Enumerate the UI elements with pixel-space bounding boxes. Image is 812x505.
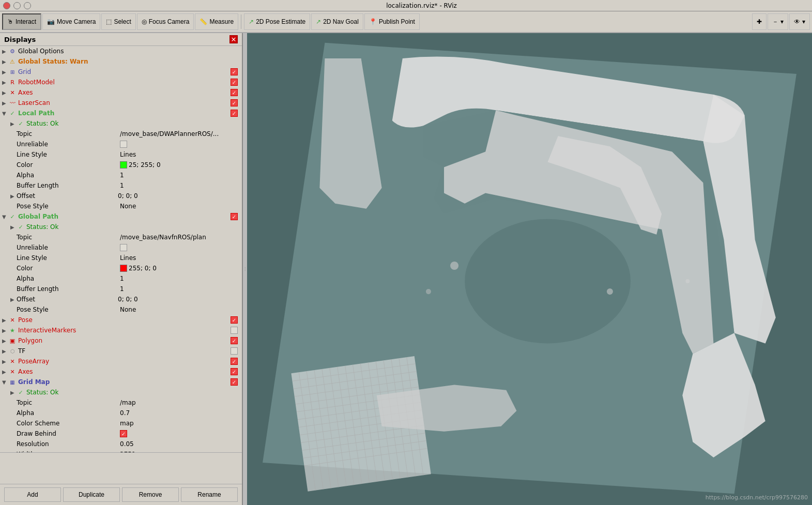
polygon-item[interactable]: ▶ ▣ Polygon: [0, 335, 242, 346]
posearray-checkbox[interactable]: [229, 357, 239, 366]
laserscan-checkbox[interactable]: [229, 98, 239, 108]
add-crosshair-button[interactable]: ✚: [752, 13, 767, 30]
grid-map-drawbehind-checkbox[interactable]: [120, 430, 127, 437]
tf-icon: ⬡: [8, 347, 17, 355]
global-path-alpha-item[interactable]: ▶ Alpha 1: [0, 273, 242, 284]
expand-arrow: ▶: [2, 359, 8, 364]
global-path-offset-item[interactable]: ▶ Offset 0; 0; 0: [0, 294, 242, 304]
2d-pose-button[interactable]: ↗ 2D Pose Estimate: [244, 13, 310, 30]
remove-button[interactable]: Remove: [122, 487, 179, 502]
grid-map-colorscheme-key: Color Scheme: [17, 420, 120, 427]
axes2-icon: ✕: [8, 368, 17, 376]
map-visualization: [247, 33, 812, 505]
grid-map-alpha-item[interactable]: ▶ Alpha 0.7: [0, 408, 242, 418]
global-path-posestyle-item[interactable]: ▶ Pose Style None: [0, 304, 242, 315]
local-path-alpha-item[interactable]: ▶ Alpha 1: [0, 170, 242, 180]
resize-handle[interactable]: ⋮: [243, 33, 247, 505]
robotmodel-checkbox[interactable]: [229, 78, 239, 87]
tf-item[interactable]: ▶ ⬡ TF: [0, 346, 242, 356]
axes2-checkbox[interactable]: [229, 367, 239, 376]
measure-button[interactable]: 📏 Measure: [195, 13, 238, 30]
minus-button[interactable]: － ▾: [768, 13, 788, 30]
global-path-topic-item[interactable]: ▶ Topic /move_base/NavfnROS/plan: [0, 232, 242, 242]
grid-item[interactable]: ▶ ⊞ Grid: [0, 67, 242, 77]
displays-close-button[interactable]: ✕: [229, 35, 238, 43]
robotmodel-item[interactable]: ▶ R RobotModel: [0, 77, 242, 87]
eye-button[interactable]: 👁 ▾: [789, 13, 810, 30]
minimize-button[interactable]: [13, 2, 21, 9]
global-path-unreliable-checkbox[interactable]: [120, 244, 127, 251]
interactive-markers-checkbox[interactable]: [229, 326, 239, 335]
2d-nav-button[interactable]: ↗ 2D Nav Goal: [311, 13, 363, 30]
grid-checkbox[interactable]: [229, 67, 239, 76]
focus-camera-button[interactable]: ◎ Focus Camera: [137, 13, 194, 30]
grid-map-checkbox[interactable]: [229, 377, 239, 387]
local-path-buflen-item[interactable]: ▶ Buffer Length 1: [0, 180, 242, 191]
tf-checkbox[interactable]: [229, 346, 239, 356]
focus-camera-label: Focus Camera: [149, 18, 190, 25]
global-path-alpha-key: Alpha: [17, 275, 120, 282]
local-path-buflen-value: 1: [120, 182, 124, 189]
polygon-checkbox[interactable]: [229, 336, 239, 345]
grid-map-resolution-item[interactable]: ▶ Resolution 0.05: [0, 439, 242, 449]
close-button[interactable]: [3, 2, 10, 9]
local-path-color-item[interactable]: ▶ Color 25; 255; 0: [0, 160, 242, 170]
duplicate-button[interactable]: Duplicate: [63, 487, 120, 502]
select-button[interactable]: ⬚ Select: [101, 13, 135, 30]
global-path-color-item[interactable]: ▶ Color 255; 0; 0: [0, 263, 242, 273]
local-path-checkbox[interactable]: [229, 109, 239, 118]
svg-point-31: [465, 219, 631, 344]
global-status-icon: ⚠: [8, 57, 17, 66]
laserscan-item[interactable]: ▶ 〰 LaserScan: [0, 98, 242, 108]
grid-map-topic-value: /map: [120, 399, 136, 406]
interact-button[interactable]: 🖱 Interact: [2, 13, 41, 30]
local-path-offset-key: Offset: [17, 192, 118, 200]
grid-map-status-item: ▶ ✓ Status: Ok: [0, 387, 242, 397]
local-path-posestyle-item[interactable]: ▶ Pose Style None: [0, 201, 242, 211]
local-path-color-key: Color: [17, 161, 120, 169]
grid-map-drawbehind-item[interactable]: ▶ Draw Behind: [0, 429, 242, 439]
local-path-topic-item[interactable]: ▶ Topic /move_base/DWAPlannerROS/...: [0, 129, 242, 139]
global-status-item[interactable]: ▶ ⚠ Global Status: Warn: [0, 56, 242, 67]
arrow-green-icon: ↗: [249, 18, 254, 25]
global-path-item[interactable]: ▼ ✓ Global Path: [0, 211, 242, 222]
local-path-alpha-key: Alpha: [17, 172, 120, 179]
pose-checkbox[interactable]: [229, 315, 239, 325]
add-button[interactable]: Add: [4, 487, 61, 502]
axes-checkbox[interactable]: [229, 88, 239, 97]
local-path-expand: ▼: [2, 111, 8, 116]
global-options-item[interactable]: ▶ ⚙ Global Options: [0, 46, 242, 56]
pose-item[interactable]: ▶ ✕ Pose: [0, 315, 242, 325]
grid-map-colorscheme-item[interactable]: ▶ Color Scheme map: [0, 418, 242, 429]
grid-map-resolution-key: Resolution: [17, 440, 120, 448]
axes-item[interactable]: ▶ ✕ Axes: [0, 87, 242, 98]
rename-button[interactable]: Rename: [181, 487, 238, 502]
move-camera-button[interactable]: 📷 Move Camera: [42, 13, 100, 30]
global-path-linestyle-item[interactable]: ▶ Line Style Lines: [0, 253, 242, 263]
local-path-linestyle-key: Line Style: [17, 151, 120, 158]
local-path-linestyle-item[interactable]: ▶ Line Style Lines: [0, 149, 242, 160]
global-path-posestyle-value: None: [120, 306, 136, 313]
publish-point-button[interactable]: 📍 Publish Point: [364, 13, 420, 30]
local-path-unreliable-item[interactable]: ▶ Unreliable: [0, 139, 242, 149]
chevron-down-icon: ▾: [780, 18, 784, 25]
local-path-topic-key: Topic: [17, 130, 120, 137]
global-path-checkbox[interactable]: [229, 212, 239, 221]
interact-label: Interact: [16, 18, 36, 25]
local-path-offset-item[interactable]: ▶ Offset 0; 0; 0: [0, 191, 242, 201]
posearray-item[interactable]: ▶ ✕ PoseArray: [0, 356, 242, 366]
grid-map-resolution-value: 0.05: [120, 440, 134, 448]
global-path-label: Global Path: [18, 213, 229, 220]
3d-view-panel[interactable]: https://blog.csdn.net/crp997576280: [247, 33, 812, 505]
global-path-buflen-item[interactable]: ▶ Buffer Length 1: [0, 284, 242, 294]
global-path-unreliable-item[interactable]: ▶ Unreliable: [0, 242, 242, 253]
grid-map-item[interactable]: ▼ ▦ Grid Map: [0, 377, 242, 387]
grid-map-topic-item[interactable]: ▶ Topic /map: [0, 397, 242, 408]
local-path-unreliable-checkbox[interactable]: [120, 141, 127, 148]
axes2-item[interactable]: ▶ ✕ Axes: [0, 366, 242, 377]
interactive-markers-item[interactable]: ▶ ★ InteractiveMarkers: [0, 325, 242, 335]
maximize-button[interactable]: [24, 2, 31, 9]
global-path-linestyle-value: Lines: [120, 254, 136, 262]
displays-tree[interactable]: ▶ ⚙ Global Options ▶ ⚠ Global Status: Wa…: [0, 46, 242, 452]
local-path-item[interactable]: ▼ ✓ Local Path: [0, 108, 242, 118]
